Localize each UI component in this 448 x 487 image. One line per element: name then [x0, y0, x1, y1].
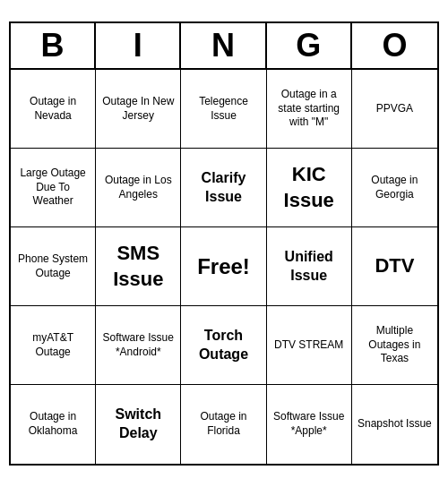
bingo-header: BINGO	[11, 23, 437, 70]
bingo-cell-21: Outage in Oklahoma	[11, 385, 96, 464]
bingo-cell-5: PPVGA	[352, 70, 437, 149]
bingo-cell-18: Torch Outage	[181, 306, 266, 385]
bingo-letter-i: I	[96, 23, 181, 68]
bingo-cell-8: Clarify Issue	[181, 149, 266, 227]
bingo-letter-b: B	[11, 23, 96, 68]
bingo-cell-23: Outage in Florida	[181, 385, 266, 464]
bingo-cell-25: Snapshot Issue	[352, 385, 437, 464]
bingo-cell-19: DTV STREAM	[267, 306, 352, 385]
bingo-letter-g: G	[267, 23, 352, 68]
bingo-cell-16: myAT&T Outage	[11, 306, 96, 385]
bingo-cell-10: Outage in Georgia	[352, 149, 437, 227]
bingo-cell-2: Outage In New Jersey	[96, 70, 181, 149]
bingo-cell-4: Outage in a state starting with "M"	[267, 70, 352, 149]
bingo-cell-1: Outage in Nevada	[11, 70, 96, 149]
bingo-letter-n: N	[181, 23, 266, 68]
bingo-grid: Outage in NevadaOutage In New JerseyTele…	[11, 70, 437, 464]
bingo-letter-o: O	[352, 23, 437, 68]
bingo-cell-6: Large Outage Due To Weather	[11, 149, 96, 227]
bingo-cell-9: KIC Issue	[267, 149, 352, 227]
bingo-cell-20: Multiple Outages in Texas	[352, 306, 437, 385]
bingo-cell-7: Outage in Los Angeles	[96, 149, 181, 227]
bingo-card: BINGO Outage in NevadaOutage In New Jers…	[9, 21, 439, 466]
bingo-cell-14: Unified Issue	[267, 227, 352, 306]
bingo-cell-3: Telegence Issue	[181, 70, 266, 149]
bingo-cell-15: DTV	[352, 227, 437, 306]
bingo-cell-17: Software Issue *Android*	[96, 306, 181, 385]
bingo-cell-22: Switch Delay	[96, 385, 181, 464]
bingo-cell-11: Phone System Outage	[11, 227, 96, 306]
bingo-cell-13: Free!	[181, 227, 266, 306]
bingo-cell-12: SMS Issue	[96, 227, 181, 306]
bingo-cell-24: Software Issue *Apple*	[267, 385, 352, 464]
